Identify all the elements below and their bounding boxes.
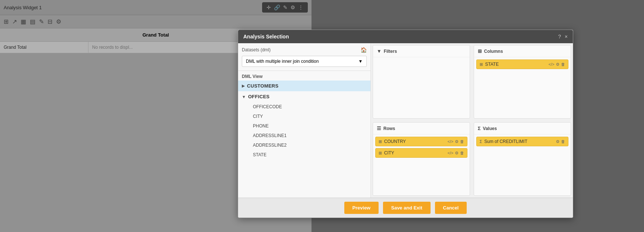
chip-code-icon[interactable]: </>	[549, 62, 554, 66]
values-title: Values	[483, 126, 497, 131]
value-chip-creditlimit[interactable]: Σ Sum of CREDITLIMIT ⚙ 🗑	[476, 137, 568, 146]
chip-table-icon-country: ⊞	[379, 139, 382, 144]
datasets-label-text: Datasets (dml)	[242, 47, 271, 52]
dialog-body: Datasets (dml) 🏠 DML with multiple inner…	[238, 43, 573, 198]
chip-state-label: STATE	[485, 62, 549, 67]
values-header: Σ Values	[474, 123, 571, 134]
datasets-section: Datasets (dml) 🏠 DML with multiple inner…	[238, 43, 370, 71]
tree-item-offices[interactable]: ▼ OFFICES	[238, 91, 370, 102]
help-button[interactable]: ?	[558, 34, 561, 40]
dialog-footer: Preview Save and Exit Cancel	[238, 198, 573, 218]
chip-table-icon-city: ⊞	[379, 151, 382, 156]
home-icon[interactable]: 🏠	[361, 47, 367, 53]
chip-creditlimit-actions: ⚙ 🗑	[556, 139, 565, 144]
dialog-title: Analysis Selection	[243, 34, 289, 40]
state-label: STATE	[253, 152, 267, 157]
dialog-header-actions: ? ×	[558, 34, 568, 40]
dml-view-label: DML View	[238, 71, 370, 81]
offices-label: OFFICES	[248, 94, 269, 99]
chip-settings-icon-city[interactable]: ⚙	[455, 151, 459, 156]
right-panels: ▼ Filters ⊞ Columns ⊞ STATE </>	[371, 43, 573, 198]
chevron-down-icon: ▼	[242, 95, 246, 99]
phone-label: PHONE	[253, 123, 269, 129]
tree-subitem-phone[interactable]: PHONE	[238, 121, 370, 131]
row-chip-city[interactable]: ⊞ CITY </> ⚙ 🗑	[375, 148, 467, 158]
chevron-right-icon: ▶	[242, 83, 245, 88]
chip-actions: </> ⚙ 🗑	[549, 62, 565, 67]
filters-panel: ▼ Filters	[373, 45, 470, 119]
row-chip-country[interactable]: ⊞ COUNTRY </> ⚙ 🗑	[375, 137, 467, 146]
columns-panel-icon: ⊞	[478, 48, 482, 54]
dropdown-chevron-icon: ▼	[358, 59, 363, 64]
tree-subitem-officecode[interactable]: OFFICECODE	[238, 102, 370, 112]
chip-delete-icon[interactable]: 🗑	[561, 62, 565, 66]
rows-header: ☰ Rows	[373, 123, 470, 134]
filters-header: ▼ Filters	[373, 45, 470, 57]
chip-code-icon-country[interactable]: </>	[448, 139, 453, 144]
tree-item-customers[interactable]: ▶ CUSTOMERS	[238, 81, 370, 91]
chip-settings-icon-credit[interactable]: ⚙	[556, 139, 560, 144]
values-content: Σ Sum of CREDITLIMIT ⚙ 🗑	[474, 134, 571, 195]
filters-content	[373, 57, 470, 118]
chip-city-label: CITY	[384, 150, 448, 156]
chip-table-icon: ⊞	[480, 62, 483, 67]
preview-button[interactable]: Preview	[344, 202, 379, 214]
dialog-header: Analysis Selection ? ×	[238, 30, 573, 43]
rows-panel: ☰ Rows ⊞ COUNTRY </> ⚙ 🗑 ⊞	[373, 122, 470, 196]
datasets-label-row: Datasets (dml) 🏠	[242, 47, 367, 53]
values-panel: Σ Values Σ Sum of CREDITLIMIT ⚙ 🗑	[474, 122, 571, 196]
rows-title: Rows	[383, 126, 395, 131]
tree-area: ▶ CUSTOMERS ▼ OFFICES OFFICECODE CITY PH…	[238, 81, 370, 198]
rows-panel-icon: ☰	[377, 126, 381, 131]
filter-panel-icon: ▼	[377, 48, 382, 54]
chip-sum-icon: Σ	[480, 139, 482, 144]
columns-title: Columns	[484, 49, 503, 54]
chip-settings-icon[interactable]: ⚙	[556, 62, 560, 67]
filters-title: Filters	[384, 49, 397, 54]
close-button[interactable]: ×	[565, 34, 568, 40]
chip-delete-icon-country[interactable]: 🗑	[460, 139, 464, 144]
chip-settings-icon-country[interactable]: ⚙	[455, 139, 459, 144]
addressline2-label: ADDRESSLINE2	[253, 143, 286, 148]
city-label: CITY	[253, 114, 263, 119]
chip-delete-icon-city[interactable]: 🗑	[460, 151, 464, 155]
chip-delete-icon-credit[interactable]: 🗑	[561, 139, 565, 144]
column-chip-state[interactable]: ⊞ STATE </> ⚙ 🗑	[476, 59, 568, 69]
rows-content: ⊞ COUNTRY </> ⚙ 🗑 ⊞ CITY </> ⚙	[373, 134, 470, 195]
tree-subitem-state[interactable]: STATE	[238, 150, 370, 160]
values-panel-icon: Σ	[478, 126, 481, 131]
tree-subitem-city[interactable]: CITY	[238, 112, 370, 121]
cancel-button[interactable]: Cancel	[435, 202, 467, 214]
chip-city-actions: </> ⚙ 🗑	[448, 151, 464, 156]
dataset-value: DML with multiple inner join condition	[246, 59, 319, 64]
columns-content: ⊞ STATE </> ⚙ 🗑	[474, 57, 571, 118]
chip-country-actions: </> ⚙ 🗑	[448, 139, 464, 144]
tree-subitem-addressline1[interactable]: ADDRESSLINE1	[238, 131, 370, 140]
addressline1-label: ADDRESSLINE1	[253, 133, 286, 138]
chip-country-label: COUNTRY	[384, 139, 448, 144]
left-panel: Datasets (dml) 🏠 DML with multiple inner…	[238, 43, 371, 198]
analysis-selection-dialog: Analysis Selection ? × Datasets (dml) 🏠 …	[238, 30, 573, 218]
columns-panel: ⊞ Columns ⊞ STATE </> ⚙ 🗑	[474, 45, 571, 119]
customers-label: CUSTOMERS	[247, 83, 279, 89]
dataset-dropdown[interactable]: DML with multiple inner join condition ▼	[242, 56, 367, 67]
columns-header: ⊞ Columns	[474, 45, 571, 57]
chip-creditlimit-label: Sum of CREDITLIMIT	[484, 139, 556, 144]
chip-code-icon-city[interactable]: </>	[448, 151, 453, 155]
tree-subitem-addressline2[interactable]: ADDRESSLINE2	[238, 140, 370, 150]
officecode-label: OFFICECODE	[253, 104, 282, 109]
save-exit-button[interactable]: Save and Exit	[383, 202, 431, 214]
